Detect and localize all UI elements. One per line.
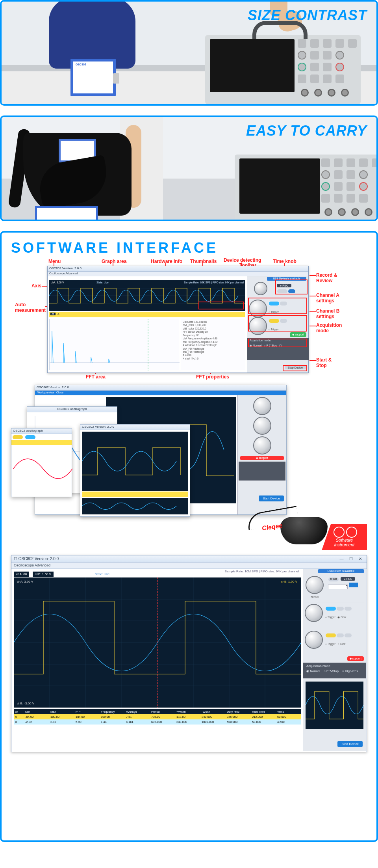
acquisition-mode[interactable]: Acquisition mode ◉ Normal ○ P 7-Stop ○ H… — [303, 663, 366, 678]
small-device — [70, 59, 116, 96]
label-thumbnails: Thumbnails — [190, 259, 217, 264]
screenshot-montage: OSC802 Version: 2.0.0 Work preview Close… — [11, 385, 367, 550]
person-torso — [49, 0, 135, 69]
support-button[interactable]: ◆ support — [290, 332, 306, 337]
graph-area[interactable]: chA: 3.50 V State: Live Sample Rate: 62K… — [49, 280, 245, 311]
label-device-detect: Device detecting — [224, 257, 261, 263]
label-ch-a: Channel A settings — [316, 292, 339, 304]
label-time-knob: Time knob — [273, 259, 296, 264]
middle-window: OSC802 Version: 2.0.0 — [80, 424, 190, 517]
graph-area[interactable]: chA: 3.50 V chB: 1.50 V chB: -3.00 V — [14, 577, 301, 708]
label-menu: Menu — [48, 259, 61, 264]
app-menubar[interactable]: Oscilloscope Advanced — [48, 272, 308, 276]
section-title: SOFTWARE INTERFACE — [11, 240, 367, 256]
time-knob[interactable] — [254, 282, 267, 295]
label-start-stop: Start & Stop — [316, 357, 332, 368]
control-panel-large: USB Device is available 50ns/d result ● … — [303, 569, 366, 751]
support-button[interactable]: ◆ support — [347, 656, 364, 661]
label-auto-measure: Auto measurement — [15, 302, 46, 313]
label-axis: Axis — [32, 283, 41, 289]
label-record-review: Record & Review — [316, 272, 337, 283]
label-hardware-info: Hardware info — [151, 259, 182, 264]
panel-title: SIZE CONTRAST — [248, 7, 367, 24]
label-graph-area: Graph area — [102, 259, 126, 264]
preview-graph — [306, 682, 363, 729]
fft-properties[interactable]: Calculate 141.941ms chA_color 8,139,200 … — [181, 319, 245, 370]
panel-title: EASY TO CARRY — [246, 123, 367, 139]
control-panel: USB Device is available ● REC ○ Trigger — [247, 276, 308, 373]
measurement-table: ch Min Max P-P Frequency Average Period … — [14, 709, 301, 725]
annotated-screenshot: Menu Graph area Hardware info Thumbnails… — [11, 259, 367, 381]
small-window: OSC802 oscillograph — [11, 428, 72, 497]
label-acq-mode: Acquisition mode — [316, 322, 342, 333]
panel-easy-carry: EASY TO CARRY — [0, 115, 378, 221]
panel-size-contrast: SIZE CONTRAST — [0, 0, 378, 106]
mouse-icon — [280, 517, 328, 544]
fft-area[interactable] — [49, 319, 179, 370]
time-knob[interactable] — [306, 576, 324, 594]
channel-a-knob[interactable] — [305, 604, 323, 622]
thumbnail-redbox — [198, 302, 244, 309]
window-title: OSC802 Version: 2.0.0 — [48, 266, 308, 272]
auto-measurement-strip: ch A — [49, 312, 245, 317]
device-box — [35, 206, 98, 221]
channel-b-knob[interactable] — [305, 631, 323, 649]
big-oscilloscope — [205, 35, 361, 104]
app-window-annotated: OSC802 Version: 2.0.0 Oscilloscope Advan… — [47, 266, 309, 373]
big-oscilloscope — [235, 155, 378, 221]
start-device-button[interactable]: Start Device — [337, 741, 363, 747]
label-ch-b: Channel B settings — [316, 308, 339, 319]
app-window-large: ☐ OSC802 Version: 2.0.0 — ☐ ✕ Oscillosco… — [11, 555, 367, 752]
label-fft-area: FFT area — [86, 374, 106, 380]
app-menubar[interactable]: Oscilloscope Advanced — [11, 563, 367, 569]
panel-software-interface: SOFTWARE INTERFACE Menu Graph area Hardw… — [0, 231, 378, 842]
label-fft-props: FFT properties — [196, 374, 229, 380]
rec-button[interactable]: ● REC — [341, 577, 355, 581]
channel-chips[interactable]: chA: 60 chB: 1.50 V State: Live Sample R… — [14, 570, 301, 577]
software-instrument-badge: Softwareinstrument — [322, 524, 367, 550]
